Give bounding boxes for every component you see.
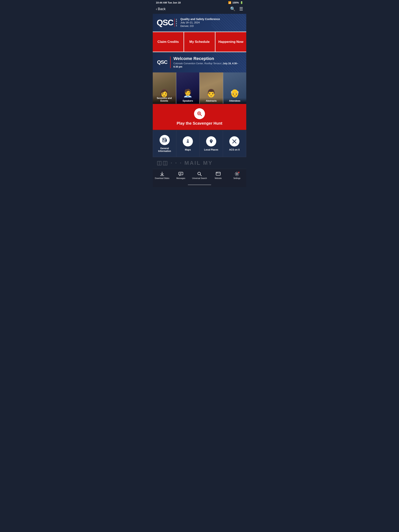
- universal-search-icon: [197, 171, 202, 177]
- download-icon: [160, 171, 165, 177]
- tab-settings-label: Settings: [233, 177, 240, 179]
- speakers-person-icon: 🧑‍💼: [183, 89, 193, 98]
- abstracts-item[interactable]: 👨 Abstracts: [200, 72, 223, 104]
- battery-icon: 🔋: [240, 1, 243, 4]
- abstracts-person-icon: 👨: [206, 89, 216, 98]
- conference-dates: July 18–21, 2024: [180, 21, 220, 24]
- wifi-icon: 📶: [228, 1, 231, 4]
- conference-name: Quality and Safety Conference: [180, 17, 220, 21]
- welcome-content: Welcome Reception Colorado Convention Ce…: [174, 56, 242, 69]
- website-icon: [216, 171, 221, 177]
- local-places-icon-circle: [206, 136, 216, 146]
- search-icon[interactable]: 🔍: [230, 6, 235, 12]
- x-logo-icon: [232, 139, 237, 144]
- svg-point-2: [199, 113, 200, 114]
- speakers-label: Speakers: [178, 100, 198, 102]
- my-schedule-button[interactable]: My Schedule: [184, 32, 215, 52]
- maps-label: Maps: [185, 148, 191, 151]
- general-information-item[interactable]: General Information: [153, 131, 176, 157]
- messages-icon: [178, 171, 183, 177]
- attendees-label: Attendees: [225, 100, 245, 102]
- svg-point-26: [236, 173, 238, 174]
- tab-website[interactable]: Website: [209, 171, 228, 180]
- acs-on-x-label: ACS on X: [229, 148, 240, 151]
- acs-on-x-item[interactable]: ACS on X: [223, 131, 246, 157]
- year-block: 2 0 2 4: [174, 19, 177, 27]
- welcome-logo: QSC: [157, 59, 167, 65]
- scavenger-label: Play the Scavenger Hunt: [177, 121, 223, 126]
- logo-text: QSC: [157, 19, 173, 27]
- tab-bar: Download Slides Messages Universal Searc…: [153, 169, 246, 183]
- chevron-left-icon: ‹: [156, 7, 157, 11]
- conference-info: Quality and Safety Conference July 18–21…: [180, 17, 220, 28]
- photo-grid: 👩 Sessions and Events 🧑‍💼 Speakers 👨 Abs…: [153, 72, 246, 104]
- scavenger-icon: [194, 108, 205, 119]
- svg-rect-3: [162, 138, 166, 142]
- svg-point-12: [211, 140, 212, 141]
- tab-website-label: Website: [215, 177, 222, 179]
- svg-line-1: [200, 114, 202, 116]
- settings-gear-icon: ⚙: [234, 171, 239, 177]
- sessions-label: Sessions and Events: [154, 97, 175, 102]
- scavenger-hunt-button[interactable]: Play the Scavenger Hunt: [153, 104, 246, 130]
- svg-rect-9: [166, 139, 167, 142]
- newspaper-icon: [162, 137, 167, 143]
- nav-bar: ‹ Back 🔍 ☰: [153, 5, 246, 14]
- action-buttons-row: Claim Credits My Schedule Happening Now: [153, 32, 246, 52]
- partial-content-text: ◫◫ · · · MAIL MY: [157, 160, 213, 166]
- svg-line-21: [200, 174, 202, 176]
- welcome-divider: [170, 57, 171, 68]
- abstracts-overlay: Abstracts: [200, 98, 223, 103]
- qsc-logo: QSC 2 0 2 4: [157, 19, 177, 27]
- home-bar: [188, 184, 211, 185]
- tab-messages-label: Messages: [176, 177, 185, 179]
- sessions-overlay: Sessions and Events: [153, 95, 176, 104]
- general-info-icon: [160, 135, 170, 145]
- conference-location: Denver, CO: [180, 24, 220, 28]
- local-places-label: Local Places: [204, 148, 218, 151]
- svg-rect-4: [163, 139, 164, 140]
- tab-messages[interactable]: Messages: [171, 171, 190, 180]
- claim-credits-button[interactable]: Claim Credits: [153, 32, 184, 52]
- tab-download-slides[interactable]: Download Slides: [153, 171, 171, 180]
- svg-rect-17: [179, 172, 183, 175]
- location-pin-icon: [208, 139, 214, 144]
- tab-download-slides-label: Download Slides: [155, 177, 169, 179]
- status-time: 10:44 AM Tue Jun 18: [156, 1, 180, 4]
- bottom-grid: General Information Maps Local Places: [153, 130, 246, 157]
- battery-percent: 100%: [232, 1, 239, 4]
- attendees-overlay: Attendees: [223, 98, 246, 103]
- svg-point-25: [217, 172, 218, 173]
- back-label: Back: [158, 7, 166, 11]
- search-magnifier-icon: [197, 111, 202, 117]
- status-right: 📶 100% 🔋: [228, 1, 243, 4]
- nav-actions: 🔍 ☰: [230, 6, 243, 12]
- header-banner: QSC 2 0 2 4 Quality and Safety Conferenc…: [153, 14, 246, 32]
- happening-now-button[interactable]: Happening Now: [215, 32, 246, 52]
- back-button[interactable]: ‹ Back: [156, 7, 166, 11]
- acs-x-icon-circle: [229, 136, 239, 146]
- maps-item[interactable]: Maps: [176, 131, 200, 157]
- maps-icon-circle: [183, 136, 193, 146]
- speakers-item[interactable]: 🧑‍💼 Speakers: [176, 72, 200, 104]
- tab-universal-search-label: Universal Search: [192, 177, 207, 179]
- attendees-item[interactable]: 👴 Attendees: [223, 72, 246, 104]
- welcome-subtitle: Colorado Convention Center, Rooftop Terr…: [174, 62, 242, 69]
- speakers-overlay: Speakers: [176, 98, 200, 103]
- welcome-title: Welcome Reception: [174, 56, 242, 61]
- sessions-events-item[interactable]: 👩 Sessions and Events: [153, 72, 176, 104]
- home-indicator: [153, 183, 246, 187]
- tab-settings[interactable]: ⚙ Settings: [228, 171, 246, 180]
- svg-point-11: [187, 140, 188, 141]
- person-pin-icon: [185, 139, 191, 144]
- menu-icon[interactable]: ☰: [239, 6, 243, 12]
- local-places-item[interactable]: Local Places: [200, 131, 223, 157]
- general-info-label: General Information: [155, 147, 174, 152]
- svg-point-24: [217, 172, 217, 173]
- status-bar: 10:44 AM Tue Jun 18 📶 100% 🔋: [153, 0, 246, 5]
- partial-row: ◫◫ · · · MAIL MY: [153, 157, 246, 169]
- tab-universal-search[interactable]: Universal Search: [190, 171, 209, 180]
- welcome-reception-banner[interactable]: QSC Welcome Reception Colorado Conventio…: [153, 52, 246, 72]
- abstracts-label: Abstracts: [201, 100, 222, 102]
- attendees-person-icon: 👴: [230, 89, 240, 98]
